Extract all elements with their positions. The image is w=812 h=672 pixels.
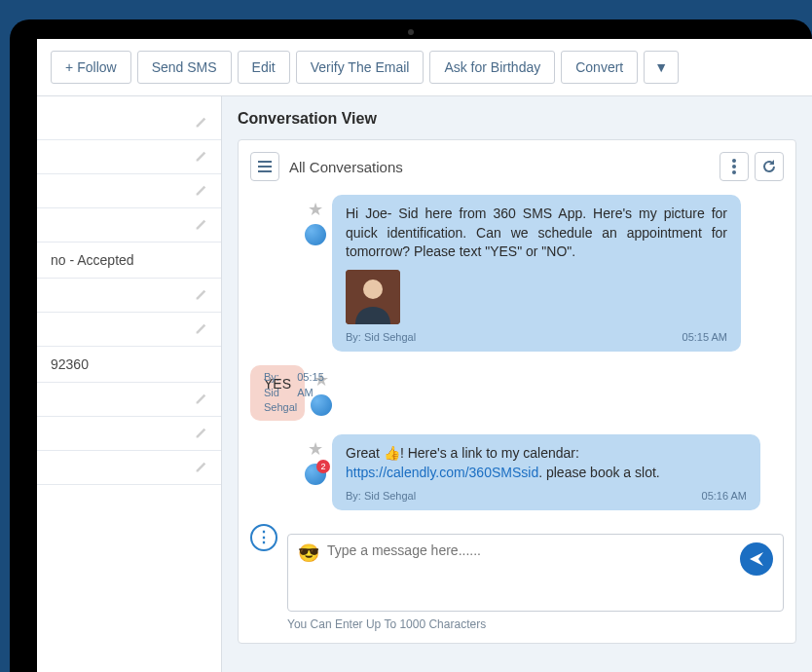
more-actions-dropdown[interactable]: ▼	[644, 51, 679, 84]
laptop-frame: +Follow Send SMS Edit Verify The Email A…	[10, 19, 812, 672]
emoji-picker-icon[interactable]: 😎	[298, 542, 319, 564]
ask-birthday-button[interactable]: Ask for Birthday	[429, 51, 555, 84]
edit-icon[interactable]	[194, 392, 207, 406]
edit-icon[interactable]	[194, 184, 207, 198]
detail-row	[37, 208, 221, 243]
svg-point-1	[732, 165, 736, 168]
detail-row	[37, 451, 221, 485]
svg-point-4	[363, 280, 383, 299]
message-composer: 😎	[287, 534, 784, 612]
detail-row: 92360	[37, 347, 221, 383]
attached-image[interactable]	[346, 270, 400, 324]
message-input[interactable]	[327, 542, 732, 601]
left-detail-panel: no - Accepted 92360	[37, 96, 222, 672]
kebab-icon[interactable]	[720, 152, 749, 181]
message-text: Great 👍! Here's a link to my calendar:	[346, 445, 579, 461]
conversation-panel: Conversation View All Conversations	[222, 96, 812, 672]
message-text: Hi Joe- Sid here from 360 SMS App. Here'…	[346, 205, 727, 262]
verify-email-button[interactable]: Verify The Email	[296, 51, 424, 84]
edit-icon[interactable]	[194, 461, 207, 474]
detail-row	[37, 313, 221, 347]
send-sms-button[interactable]: Send SMS	[137, 51, 232, 84]
globe-icon[interactable]	[311, 394, 332, 416]
svg-point-0	[732, 159, 736, 163]
star-icon[interactable]: ★	[308, 199, 323, 220]
edit-icon[interactable]	[194, 218, 207, 232]
detail-row	[37, 383, 221, 417]
message-row-outgoing: ★ Great 👍! Here's a link to my calendar:…	[250, 434, 784, 509]
star-icon[interactable]: ★	[308, 438, 323, 460]
menu-icon[interactable]	[250, 152, 279, 181]
app-screen: +Follow Send SMS Edit Verify The Email A…	[37, 39, 812, 672]
conversation-header: All Conversations	[250, 152, 784, 181]
svg-point-2	[732, 170, 736, 174]
edit-icon[interactable]	[194, 427, 207, 440]
message-bubble: YES By: Sid Sehgal 05:15 AM	[250, 365, 305, 422]
message-bubble: Hi Joe- Sid here from 360 SMS App. Here'…	[332, 195, 741, 352]
edit-icon[interactable]	[194, 150, 207, 164]
globe-icon[interactable]	[305, 464, 326, 485]
refresh-icon[interactable]	[755, 152, 784, 181]
message-time: 05:16 AM	[702, 489, 747, 504]
message-row-outgoing: ★ Hi Joe- Sid here from 360 SMS App. Her…	[250, 195, 784, 352]
message-author: By: Sid Sehgal	[346, 330, 416, 345]
follow-button[interactable]: +Follow	[51, 51, 131, 84]
edit-button[interactable]: Edit	[238, 51, 290, 84]
message-bubble: Great 👍! Here's a link to my calendar: h…	[332, 434, 760, 509]
edit-icon[interactable]	[194, 116, 207, 130]
convert-button[interactable]: Convert	[561, 51, 638, 84]
globe-icon[interactable]	[305, 224, 326, 245]
detail-row: no - Accepted	[37, 243, 221, 279]
detail-row	[37, 279, 221, 313]
message-text: . please book a slot.	[538, 465, 660, 480]
detail-row	[37, 140, 221, 174]
conversation-filter-title: All Conversations	[289, 159, 710, 175]
send-button[interactable]	[740, 542, 773, 576]
message-row-incoming: YES By: Sid Sehgal 05:15 AM ★	[250, 365, 784, 422]
message-author: By: Sid Sehgal	[346, 489, 416, 504]
section-title: Conversation View	[238, 110, 796, 128]
character-limit-hint: You Can Enter Up To 1000 Characters	[287, 617, 784, 631]
edit-icon[interactable]	[194, 322, 207, 336]
camera-dot	[408, 29, 414, 35]
detail-row	[37, 417, 221, 451]
action-toolbar: +Follow Send SMS Edit Verify The Email A…	[37, 39, 812, 96]
conversation-card: All Conversations ★	[238, 139, 796, 644]
edit-icon[interactable]	[194, 288, 207, 302]
detail-row	[37, 106, 221, 140]
detail-row	[37, 174, 221, 208]
calendar-link[interactable]: https://calendly.com/360SMSsid	[346, 465, 538, 480]
composer-options-icon[interactable]: ⋮	[250, 524, 277, 551]
message-author: By: Sid Sehgal	[264, 370, 297, 415]
message-time: 05:15 AM	[683, 330, 727, 345]
